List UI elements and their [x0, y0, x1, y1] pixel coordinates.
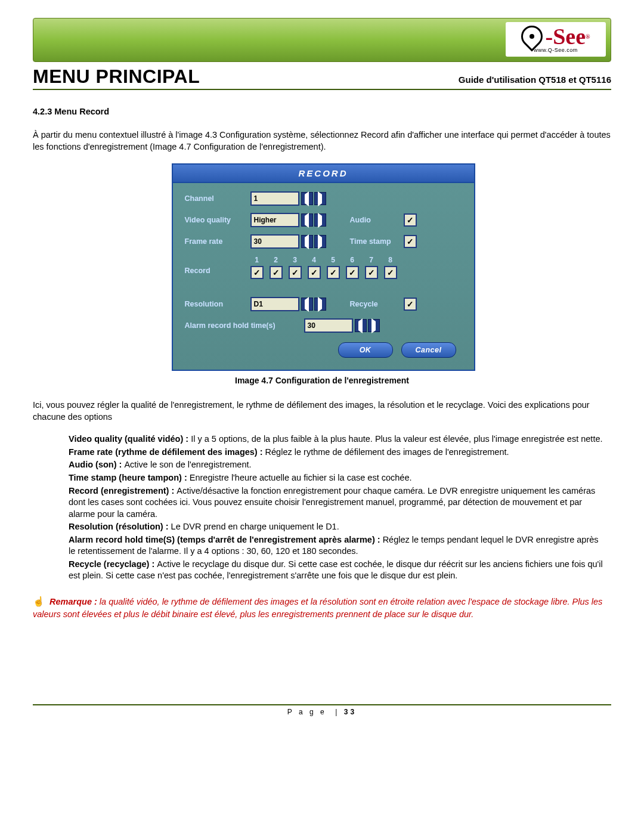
alarm-hold-next-button[interactable]	[368, 319, 380, 332]
intro-paragraph: À partir du menu contextuel illustré à l…	[33, 129, 611, 153]
frame-rate-next-button[interactable]	[314, 235, 326, 248]
channel-prev-button[interactable]	[301, 192, 313, 205]
label-audio: Audio	[350, 216, 404, 224]
post-caption-paragraph: Ici, vous pouvez régler la qualité de l'…	[33, 400, 611, 423]
label-resolution: Resolution	[185, 300, 250, 308]
record-channel-number: 8	[388, 256, 392, 264]
resolution-next-button[interactable]	[314, 298, 326, 311]
channel-value[interactable]: 1	[250, 191, 299, 206]
def-rec-label: Record (enregistrement) :	[69, 486, 177, 496]
figure-caption: Image 4.7 Configuration de l'enregistrem…	[33, 376, 611, 385]
definitions: Video quality (qualité vidéo) : Il y a 5…	[69, 433, 605, 582]
def-audio-text: Active le son de l'enregistrement.	[124, 460, 251, 469]
note: ☝ Remarque : la qualité vidéo, le rythme…	[33, 595, 611, 621]
alarm-hold-value[interactable]: 30	[304, 318, 353, 333]
label-record: Record	[185, 256, 250, 275]
def-recycle-label: Recycle (recyclage) :	[69, 559, 157, 569]
record-channel-number: 6	[350, 256, 354, 264]
frame-rate-value[interactable]: 30	[250, 234, 299, 249]
label-channel: Channel	[185, 194, 250, 203]
footer-page-label: P a g e	[287, 708, 327, 716]
record-channel-number: 3	[293, 256, 297, 264]
note-label: Remarque :	[49, 597, 97, 606]
def-ts-label: Time stamp (heure tampon) :	[69, 473, 190, 482]
frame-rate-prev-button[interactable]	[301, 235, 313, 248]
logo: -See® www.Q-See.com	[506, 22, 606, 57]
resolution-value[interactable]: D1	[250, 297, 299, 311]
def-res-label: Resolution (résolution) :	[69, 522, 171, 531]
note-text: la qualité vidéo, le rythme de défilemen…	[33, 597, 602, 619]
footer: P a g e | 33	[33, 704, 611, 716]
page-title: MENU PRINCIPAL	[33, 66, 200, 88]
audio-checkbox[interactable]: ✓	[404, 213, 417, 227]
record-channel-number: 7	[369, 256, 373, 264]
frame-rate-spinner[interactable]: 30	[250, 234, 326, 249]
record-channel-checkbox[interactable]: ✓	[327, 266, 340, 279]
logo-brand: -See	[545, 26, 586, 47]
channel-next-button[interactable]	[314, 192, 326, 205]
record-channel-checkbox[interactable]: ✓	[270, 266, 283, 279]
def-ts-text: Enregistre l'heure actuelle au fichier s…	[190, 473, 412, 482]
def-fr-label: Frame rate (rythme de défilement des ima…	[69, 447, 265, 457]
record-dialog: RECORD Channel 1 Video quality Higher	[172, 163, 475, 371]
recycle-checkbox[interactable]: ✓	[404, 298, 417, 311]
record-channel-checkbox[interactable]: ✓	[346, 266, 359, 279]
record-channel-checkbox[interactable]: ✓	[250, 266, 264, 279]
def-vq-label: Video quality (qualité vidéo) :	[69, 434, 191, 444]
alarm-hold-prev-button[interactable]	[355, 319, 367, 332]
section-heading: 4.2.3 Menu Record	[33, 107, 611, 116]
label-time-stamp: Time stamp	[350, 237, 404, 246]
record-channel-checkbox[interactable]: ✓	[308, 266, 321, 279]
def-fr-text: Réglez le rythme de défilement des image…	[265, 447, 509, 457]
cancel-button[interactable]: Cancel	[401, 342, 456, 358]
label-alarm-hold: Alarm record hold time(s)	[185, 321, 304, 330]
record-channel-number: 2	[274, 256, 278, 264]
record-channel-checkbox[interactable]: ✓	[365, 266, 378, 279]
video-quality-next-button[interactable]	[314, 213, 326, 227]
dialog-title: RECORD	[173, 165, 474, 183]
alarm-hold-spinner[interactable]: 30	[304, 318, 380, 333]
def-audio-label: Audio (son) :	[69, 460, 124, 469]
record-channels: 1✓2✓3✓4✓5✓6✓7✓8✓	[250, 256, 397, 279]
record-channel-number: 4	[312, 256, 316, 264]
channel-spinner[interactable]: 1	[250, 191, 326, 206]
page-subtitle: Guide d'utilisation QT518 et QT5116	[459, 75, 611, 85]
record-channel-checkbox[interactable]: ✓	[384, 266, 397, 279]
def-alarm-label: Alarm record hold time(S) (temps d'arrêt…	[69, 535, 383, 544]
resolution-spinner[interactable]: D1	[250, 297, 326, 311]
label-frame-rate: Frame rate	[185, 237, 250, 246]
def-vq-text: Il y a 5 options, de la plus faible à la…	[191, 434, 602, 444]
footer-page-number: 33	[344, 708, 357, 716]
label-recycle: Recycle	[350, 300, 404, 308]
record-channel-number: 5	[331, 256, 335, 264]
timestamp-checkbox[interactable]: ✓	[404, 235, 417, 248]
logo-url: www.Q-See.com	[534, 47, 578, 53]
video-quality-value[interactable]: Higher	[250, 213, 299, 227]
ok-button[interactable]: OK	[338, 342, 393, 358]
record-channel-number: 1	[255, 256, 259, 264]
resolution-prev-button[interactable]	[301, 298, 313, 311]
hand-icon: ☝	[33, 596, 45, 606]
header-banner: -See® www.Q-See.com	[33, 18, 611, 62]
video-quality-spinner[interactable]: Higher	[250, 213, 326, 227]
video-quality-prev-button[interactable]	[301, 213, 313, 227]
def-res-text: Le DVR prend en charge uniquement le D1.	[171, 522, 339, 531]
record-channel-checkbox[interactable]: ✓	[289, 266, 302, 279]
label-video-quality: Video quality	[185, 216, 250, 224]
